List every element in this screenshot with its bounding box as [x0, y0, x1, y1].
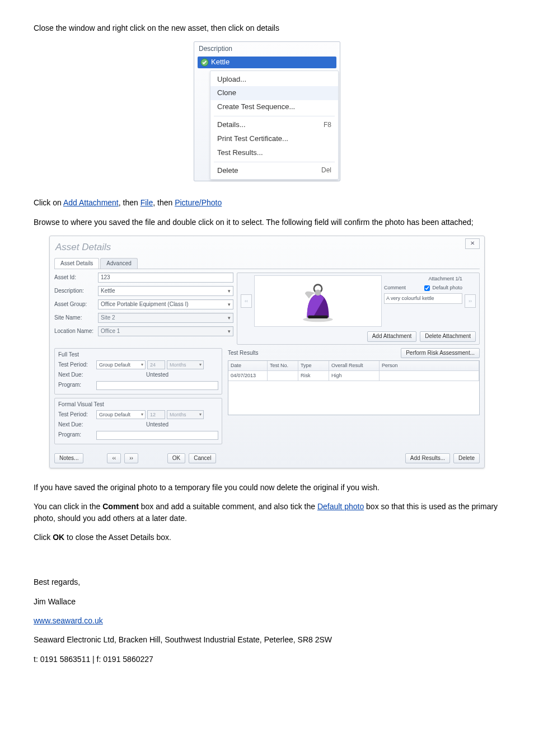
- select-visual-period-unit: Months: [167, 410, 204, 419]
- cell-testno: [268, 371, 298, 381]
- cell-person: [380, 371, 479, 381]
- input-asset-group[interactable]: Office Portable Equipment (Class I): [98, 299, 233, 309]
- close-button[interactable]: ✕: [465, 238, 480, 249]
- select-full-period[interactable]: Group Default: [96, 360, 146, 369]
- menu-item-details[interactable]: Details...F8: [210, 118, 338, 132]
- selected-asset-row[interactable]: Kettle: [198, 57, 336, 68]
- add-results-button[interactable]: Add Results...: [405, 453, 450, 464]
- checkbox-default-photo[interactable]: Default photo: [424, 284, 462, 292]
- paragraph-intro: Close the window and right click on the …: [34, 22, 500, 34]
- column-header-description: Description: [194, 42, 340, 56]
- attachment-prev[interactable]: ‹‹: [241, 294, 252, 308]
- col-date[interactable]: Date: [228, 361, 268, 371]
- menu-item-upload[interactable]: Upload...: [210, 73, 338, 87]
- attachment-thumbnail: [254, 275, 382, 327]
- label-visual-program: Program:: [58, 431, 96, 439]
- selected-asset-label: Kettle: [211, 57, 229, 68]
- col-type[interactable]: Type: [298, 361, 329, 371]
- cell-date: 04/07/2013: [228, 371, 268, 381]
- input-visual-program[interactable]: [96, 431, 218, 440]
- tab-advanced[interactable]: Advanced: [100, 258, 137, 269]
- cancel-button[interactable]: Cancel: [189, 453, 216, 464]
- input-full-period-num: 24: [147, 360, 165, 369]
- label-full-period: Test Period:: [58, 361, 96, 369]
- input-full-program[interactable]: [96, 381, 218, 390]
- perform-risk-assessment-button[interactable]: Perform Risk Assessment...: [401, 348, 480, 359]
- menu-separator: [214, 116, 335, 116]
- signature-address: Seaward Electronic Ltd, Bracken Hill, So…: [34, 634, 500, 645]
- delete-results-button[interactable]: Delete: [453, 453, 480, 464]
- label-asset-group: Asset Group:: [54, 300, 98, 309]
- paragraph-click-ok: Click OK to close the Asset Details box.: [34, 532, 500, 543]
- link-file[interactable]: File: [140, 198, 153, 207]
- table-header-row: Date Test No. Type Overall Result Person: [228, 361, 479, 371]
- tab-asset-details[interactable]: Asset Details: [54, 258, 99, 269]
- label-full-next: Next Due:: [58, 371, 96, 379]
- table-empty-area: [228, 381, 479, 415]
- asset-fields: Asset Id:123 Description:Kettle Asset Gr…: [54, 273, 233, 345]
- col-person[interactable]: Person: [380, 361, 479, 371]
- menu-item-delete[interactable]: DeleteDel: [210, 164, 338, 178]
- kettle-icon: [298, 279, 338, 323]
- cell-type: Risk: [298, 371, 329, 381]
- paragraph-comment-default: You can click in the Comment box and add…: [34, 501, 500, 524]
- link-picture-photo[interactable]: Picture/Photo: [175, 198, 222, 207]
- col-overall[interactable]: Overall Result: [329, 361, 380, 371]
- signature-url[interactable]: www.seaward.co.uk: [34, 616, 103, 625]
- signature-regards: Best regards,: [34, 576, 500, 588]
- checkbox-default-photo-input[interactable]: [424, 285, 430, 291]
- label-full-program: Program:: [58, 381, 96, 389]
- group-visual-test: Formal Visual Test Test Period: Group De…: [54, 398, 222, 444]
- asset-icon: [200, 58, 209, 67]
- input-asset-id[interactable]: 123: [98, 273, 233, 283]
- dialog-title: Asset Details: [55, 241, 480, 255]
- cell-overall: High: [329, 371, 380, 381]
- legend-visual-test: Formal Visual Test: [58, 401, 218, 409]
- menu-item-create-test[interactable]: Create Test Sequence...: [210, 100, 338, 114]
- asset-next-button[interactable]: ››: [124, 453, 138, 464]
- svg-point-3: [315, 290, 321, 296]
- menu-item-print-cert[interactable]: Print Test Certificate...: [210, 132, 338, 146]
- menu-item-clone[interactable]: Clone: [210, 86, 338, 100]
- input-description[interactable]: Kettle: [98, 286, 233, 296]
- signature-block: Best regards, Jim Wallace www.seaward.co…: [34, 576, 500, 664]
- delete-attachment-button[interactable]: Delete Attachment: [420, 331, 476, 342]
- menu-separator: [214, 162, 335, 162]
- context-menu: Upload... Clone Create Test Sequence... …: [210, 71, 339, 180]
- label-visual-next: Next Due:: [58, 421, 96, 429]
- tab-strip: Asset Details Advanced: [54, 258, 480, 270]
- paragraph-delete-original: If you have saved the original photo to …: [34, 482, 500, 493]
- legend-full-test: Full Test: [58, 351, 218, 359]
- link-default-photo[interactable]: Default photo: [317, 502, 364, 511]
- attachment-counter: Attachment 1/1: [428, 275, 462, 283]
- add-attachment-button[interactable]: Add Attachment: [367, 331, 417, 342]
- label-asset-id: Asset Id:: [54, 274, 98, 282]
- table-row[interactable]: 04/07/2013 Risk High: [228, 371, 479, 381]
- input-comment[interactable]: A very colourful kettle: [384, 293, 462, 304]
- select-visual-period[interactable]: Group Default: [96, 410, 146, 419]
- signature-tel: t: 0191 5863511 | f: 0191 5860227: [34, 654, 500, 665]
- link-add-attachment[interactable]: Add Attachment: [63, 198, 119, 207]
- group-full-test: Full Test Test Period: Group Default 24 …: [54, 348, 222, 395]
- ok-button[interactable]: OK: [167, 453, 185, 464]
- notes-button[interactable]: Notes...: [54, 453, 83, 464]
- menu-item-test-results[interactable]: Test Results...: [210, 146, 338, 160]
- label-comment: Comment: [384, 284, 406, 292]
- label-description: Description:: [54, 287, 98, 295]
- screenshot-asset-details-dialog: ✕ Asset Details Asset Details Advanced A…: [49, 236, 485, 468]
- test-results-table: Date Test No. Type Overall Result Person…: [228, 360, 480, 415]
- label-site-name: Site Name:: [54, 314, 98, 322]
- col-testno[interactable]: Test No.: [268, 361, 298, 371]
- attachment-panel: ‹‹ Attachment 1/1: [237, 273, 480, 345]
- label-location-name: Location Name:: [54, 327, 98, 336]
- svg-rect-4: [308, 316, 328, 318]
- value-full-next: Untested: [96, 371, 218, 379]
- value-visual-next: Untested: [96, 421, 218, 429]
- input-site-name[interactable]: Site 2: [98, 313, 233, 323]
- asset-prev-button[interactable]: ‹‹: [107, 453, 121, 464]
- input-visual-period-num: 12: [147, 410, 165, 419]
- paragraph-add-attachment: Click on Add Attachment, then File, then…: [34, 197, 500, 208]
- paragraph-browse: Browse to where you saved the file and d…: [34, 217, 500, 228]
- input-location-name[interactable]: Office 1: [98, 326, 233, 336]
- attachment-next[interactable]: ››: [465, 294, 476, 308]
